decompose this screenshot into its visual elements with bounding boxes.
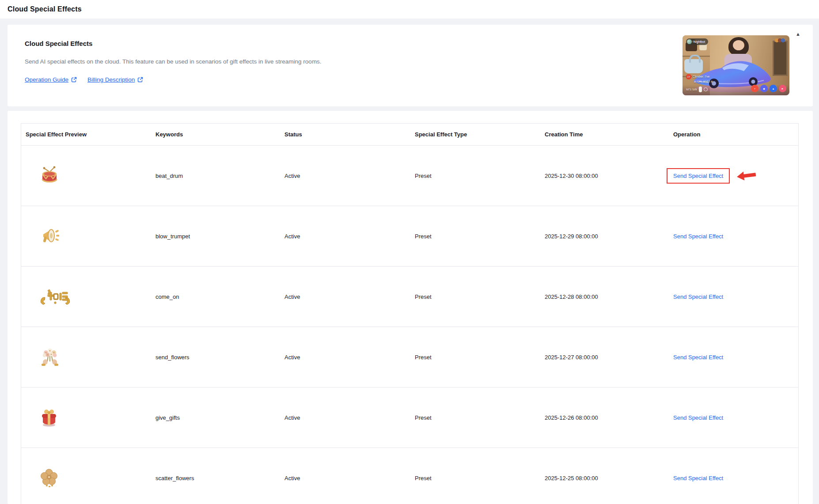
keywords-cell: blow_trumpet: [151, 233, 280, 240]
status-cell: Active: [280, 293, 410, 300]
effects-table-card: Special Effect PreviewKeywordsStatusSpec…: [8, 111, 813, 504]
send-special-effect-link[interactable]: Send Special Effect: [673, 233, 723, 240]
column-header-status: Status: [280, 131, 410, 138]
column-header-keywords: Keywords: [151, 131, 280, 138]
bouquet-icon: [39, 346, 61, 368]
preview-cell: [21, 226, 151, 247]
share-icon: ►: [779, 85, 786, 92]
billing-description-label: Billing Description: [87, 76, 135, 83]
billing-description-link[interactable]: Billing Description: [87, 76, 143, 83]
column-header-operation: Operation: [669, 131, 798, 138]
viewer-avatars: [776, 38, 785, 42]
send-special-effect-highlight-box: Send Special Effect: [673, 293, 723, 300]
chat-overlay: LV Climber: I've a row, and I a: [686, 74, 713, 84]
type-cell: Preset: [410, 173, 540, 179]
send-special-effect-highlight-box: Send Special Effect: [673, 414, 723, 421]
chat-level-badge: LV: [686, 74, 691, 79]
table-body: beat_drum Active Preset 2025-12-30 08:00…: [21, 146, 798, 504]
operation-cell: Send Special Effect: [669, 293, 798, 300]
operation-cell: Send Special Effect: [669, 168, 798, 184]
operation-cell: Send Special Effect: [669, 475, 798, 481]
page-header: Cloud Special Effects: [0, 0, 819, 19]
megaphone-icon: [39, 226, 59, 246]
nightbot-badge: Nightbot: [686, 38, 708, 45]
table-row: scatter_flowers Active Preset 2025-12-25…: [21, 448, 798, 504]
stream-action-buttons: ▪◆▲►: [751, 85, 786, 92]
send-special-effect-link[interactable]: Send Special Effect: [673, 475, 723, 481]
status-cell: Active: [280, 233, 410, 240]
type-cell: Preset: [410, 354, 540, 361]
chat-message: Climber: I've: [693, 75, 710, 79]
preview-cell: [21, 467, 151, 489]
annotation-arrow-icon: [736, 170, 757, 182]
table-row: give_gifts Active Preset 2025-12-26 08:0…: [21, 387, 798, 448]
table-row: come_on Active Preset 2025-12-28 08:00:0…: [21, 267, 798, 327]
table-row: blow_trumpet Active Preset 2025-12-29 08…: [21, 206, 798, 267]
creation-time-cell: 2025-12-28 08:00:00: [540, 293, 669, 300]
type-cell: Preset: [410, 414, 540, 421]
operation-cell: Send Special Effect: [669, 414, 798, 421]
golden-flower-icon: [39, 467, 59, 488]
nightbot-avatar: [687, 39, 692, 44]
page-body: Cloud Special Effects Send AI special ef…: [0, 19, 819, 504]
come-on-icon: [39, 285, 72, 307]
operation-guide-link[interactable]: Operation Guide: [25, 76, 77, 83]
creation-time-cell: 2025-12-29 08:00:00: [540, 233, 669, 240]
page-title: Cloud Special Effects: [8, 5, 82, 13]
preview-cell: [21, 407, 151, 429]
emoji-icon: [704, 87, 708, 91]
status-cell: Active: [280, 475, 410, 481]
preview-cell: [21, 165, 151, 187]
intro-card: Cloud Special Effects Send AI special ef…: [8, 25, 813, 106]
send-special-effect-highlight-box: Send Special Effect: [673, 233, 723, 240]
streamer-face: [733, 40, 744, 50]
creation-time-cell: 2025-12-25 08:00:00: [540, 475, 669, 481]
collapse-arrow-icon[interactable]: ▲: [796, 32, 800, 37]
column-header-creation-time: Creation Time: [540, 131, 669, 138]
cart-icon: ▪: [751, 85, 758, 92]
column-header-special-effect-type: Special Effect Type: [410, 131, 540, 138]
status-cell: Active: [280, 414, 410, 421]
keywords-cell: beat_drum: [151, 173, 280, 179]
keywords-cell: come_on: [151, 293, 280, 300]
chat-message: a row, and I a: [694, 79, 713, 84]
promo-image: Nightbot LV Climber: I've a row, and I a…: [682, 35, 789, 95]
nightbot-label: Nightbot: [694, 40, 705, 43]
keywords-cell: send_flowers: [151, 354, 280, 361]
creation-time-cell: 2025-12-27 08:00:00: [540, 354, 669, 361]
send-special-effect-highlight-box: Send Special Effect: [673, 475, 723, 481]
send-special-effect-link[interactable]: Send Special Effect: [673, 173, 723, 179]
send-special-effect-highlight-box: Send Special Effect: [667, 168, 730, 184]
type-cell: Preset: [410, 475, 540, 481]
external-link-icon: [137, 77, 143, 83]
type-cell: Preset: [410, 293, 540, 300]
send-special-effect-link[interactable]: Send Special Effect: [673, 293, 723, 300]
drum-icon: [39, 165, 60, 186]
column-header-special-effect-preview: Special Effect Preview: [21, 131, 151, 138]
table-header-row: Special Effect PreviewKeywordsStatusSpec…: [21, 124, 798, 146]
external-link-icon: [71, 77, 77, 83]
type-cell: Preset: [410, 233, 540, 240]
table-row: beat_drum Active Preset 2025-12-30 08:00…: [21, 146, 798, 206]
creation-time-cell: 2025-12-26 08:00:00: [540, 414, 669, 421]
gift-icon: [39, 407, 59, 427]
operation-cell: Send Special Effect: [669, 233, 798, 240]
creation-time-cell: 2025-12-30 08:00:00: [540, 173, 669, 179]
chat-input-pill: [699, 87, 702, 92]
status-cell: Active: [280, 354, 410, 361]
operation-guide-label: Operation Guide: [25, 76, 68, 83]
gift-icon: ◆: [760, 85, 768, 92]
chat-input-hint: let's talk: [686, 88, 697, 91]
keywords-cell: scatter_flowers: [151, 475, 280, 481]
status-cell: Active: [280, 173, 410, 179]
viewer-avatar: [781, 38, 785, 42]
like-icon: ▲: [770, 85, 777, 92]
table-row: send_flowers Active Preset 2025-12-27 08…: [21, 327, 798, 387]
preview-cell: [21, 346, 151, 369]
keywords-cell: give_gifts: [151, 414, 280, 421]
preview-cell: [21, 285, 151, 308]
send-special-effect-highlight-box: Send Special Effect: [673, 354, 723, 361]
operation-cell: Send Special Effect: [669, 354, 798, 361]
send-special-effect-link[interactable]: Send Special Effect: [673, 414, 723, 421]
send-special-effect-link[interactable]: Send Special Effect: [673, 354, 723, 361]
